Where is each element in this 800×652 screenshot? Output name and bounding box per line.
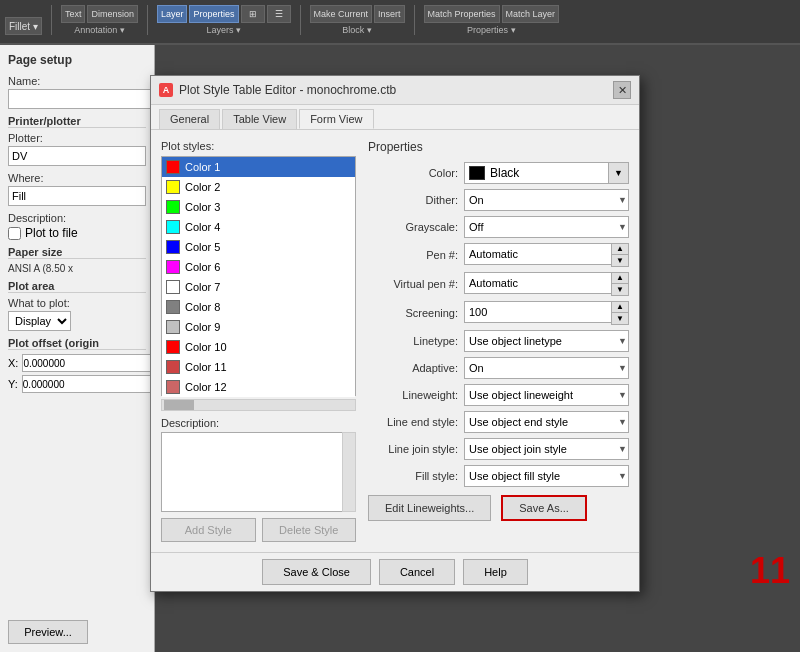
screening-control: ▲ ▼ [464,301,629,325]
save-as-button[interactable]: Save As... [501,495,587,521]
what-to-plot-label: What to plot: [8,297,146,309]
list-item[interactable]: Color 8 [162,297,355,317]
layer-properties-btn[interactable]: Layer [157,5,188,23]
x-row: X: [8,354,146,372]
plot-to-file-label: Plot to file [25,226,78,240]
layers-icons[interactable]: ⊞ [241,5,265,23]
line-join-control: Use object join style ▼ [464,438,629,460]
line-end-select[interactable]: Use object end style [464,411,629,433]
grayscale-select[interactable]: Off On [464,216,629,238]
where-display[interactable]: Fill [8,186,146,206]
description-label-plot: Description: [8,212,146,224]
list-item[interactable]: Color 4 [162,217,355,237]
help-button[interactable]: Help [463,559,528,585]
screening-label: Screening: [368,307,458,319]
what-to-plot-select[interactable]: Display [8,311,71,331]
save-close-button[interactable]: Save & Close [262,559,371,585]
list-item[interactable]: Color 5 [162,237,355,257]
add-style-button[interactable]: Add Style [161,518,256,542]
editor-footer: Save & Close Cancel Help [151,552,639,591]
color-control: Black ▼ [464,162,629,184]
list-item[interactable]: Color 3 [162,197,355,217]
screening-spinners: ▲ ▼ [611,301,629,325]
layers-icons2[interactable]: ☰ [267,5,291,23]
action-buttons: Edit Lineweights... Save As... [368,495,629,521]
description-textarea[interactable] [161,432,356,512]
description-scrollbar[interactable] [342,432,356,512]
editor-titlebar: A Plot Style Table Editor - monochrome.c… [151,76,639,105]
style-name: Color 10 [185,341,227,353]
screening-down-btn[interactable]: ▼ [612,313,628,324]
screening-input[interactable] [464,301,611,323]
dimension-btn[interactable]: Dimension [87,5,138,23]
pen-up-btn[interactable]: ▲ [612,244,628,255]
horizontal-scrollbar[interactable] [161,399,356,411]
y-input[interactable] [22,375,151,393]
pen-input[interactable] [464,243,611,265]
name-input[interactable] [8,89,154,109]
list-item[interactable]: Color 6 [162,257,355,277]
list-item[interactable]: Color 2 [162,177,355,197]
x-input[interactable] [22,354,151,372]
block-label: Block ▾ [342,25,372,35]
list-item[interactable]: Color 11 [162,357,355,377]
plot-to-file-checkbox[interactable] [8,227,21,240]
cancel-button[interactable]: Cancel [379,559,455,585]
adaptive-select[interactable]: On Off [464,357,629,379]
make-current-btn[interactable]: Make Current [310,5,373,23]
list-item[interactable]: Color 9 [162,317,355,337]
preview-button[interactable]: Preview... [8,620,88,644]
line-join-select[interactable]: Use object join style [464,438,629,460]
linetype-select[interactable]: Use object linetype [464,330,629,352]
fill-style-select[interactable]: Use object fill style [464,465,629,487]
insert-btn[interactable]: Insert [374,5,405,23]
plot-styles-panel: Plot styles: Color 1Color 2Color 3Color … [161,140,356,542]
pen-row: Pen #: ▲ ▼ [368,243,629,267]
edit-lineweights-button[interactable]: Edit Lineweights... [368,495,491,521]
screening-up-btn[interactable]: ▲ [612,302,628,313]
layers-label: Layers ▾ [206,25,241,35]
lineweight-control: Use object lineweight ▼ [464,384,629,406]
plot-area-section: Plot area [8,280,146,293]
close-button[interactable]: ✕ [613,81,631,99]
tab-general[interactable]: General [159,109,220,129]
y-label: Y: [8,378,18,390]
virtual-pen-up-btn[interactable]: ▲ [612,273,628,284]
match-layer-btn[interactable]: Match Layer [502,5,560,23]
color-swatch [166,260,180,274]
list-item[interactable]: Color 1 [162,157,355,177]
list-item[interactable]: Color 10 [162,337,355,357]
color-dropdown-display[interactable]: Black [464,162,609,184]
match-properties-btn[interactable]: Match Properties [424,5,500,23]
pen-control: ▲ ▼ [464,243,629,267]
dither-select[interactable]: On Off [464,189,629,211]
lineweight-label: Lineweight: [368,389,458,401]
tab-form-view[interactable]: Form View [299,109,373,129]
fill-style-control: Use object fill style ▼ [464,465,629,487]
tab-table-view[interactable]: Table View [222,109,297,129]
layer-properties-btn2[interactable]: Properties [189,5,238,23]
list-item[interactable]: Color 12 [162,377,355,397]
separator-1 [51,5,52,35]
plotter-display[interactable]: DV [8,146,146,166]
adaptive-row: Adaptive: On Off ▼ [368,357,629,379]
color-dropdown-arrow[interactable]: ▼ [609,162,629,184]
virtual-pen-input[interactable] [464,272,611,294]
description-container [161,432,356,512]
style-name: Color 12 [185,381,227,393]
delete-style-button[interactable]: Delete Style [262,518,357,542]
text-btn[interactable]: Text [61,5,86,23]
grayscale-row: Grayscale: Off On ▼ [368,216,629,238]
paper-size-value: ANSI A (8.50 x [8,263,146,274]
lineweight-select[interactable]: Use object lineweight [464,384,629,406]
style-name: Color 5 [185,241,220,253]
pen-down-btn[interactable]: ▼ [612,255,628,266]
color-label: Color: [368,167,458,179]
styles-list[interactable]: Color 1Color 2Color 3Color 4Color 5Color… [162,157,355,397]
list-item[interactable]: Color 7 [162,277,355,297]
fillet-btn[interactable]: Fillet ▾ [5,17,42,35]
adaptive-label: Adaptive: [368,362,458,374]
color-swatch [166,300,180,314]
editor-title-text: Plot Style Table Editor - monochrome.ctb [179,83,396,97]
virtual-pen-down-btn[interactable]: ▼ [612,284,628,295]
